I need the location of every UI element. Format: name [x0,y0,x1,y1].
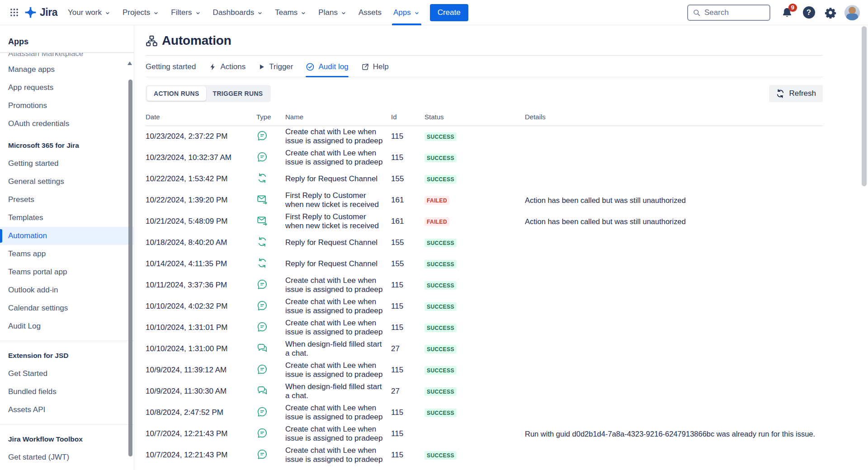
search-icon [693,9,701,17]
sidebar-item-promotions[interactable]: Promotions [0,97,134,115]
sidebar-item-get-started[interactable]: Get Started [0,365,134,383]
cell-name: Reply for Request Channel [285,169,391,190]
chevron-down-icon [340,10,347,16]
tab-help[interactable]: Help [361,62,389,77]
sidebar-item-label: Teams portal app [8,268,67,277]
cell-status [425,423,525,445]
app-grid-icon [9,8,19,17]
nav-item-assets[interactable]: Assets [353,0,387,25]
cell-date: 10/11/2024, 3:37:36 PM [146,275,256,296]
sidebar-item-atlassian-marketplace[interactable]: Atlassian Marketplace [0,53,134,61]
cell-status: SUCCESS [425,296,525,317]
cell-id: 155 [391,254,425,275]
settings-button[interactable] [821,3,840,22]
nav-item-plans[interactable]: Plans [312,0,353,25]
sidebar-item-templates[interactable]: Templates [0,209,134,227]
lightning-icon [209,63,217,71]
sidebar-item-general-settings[interactable]: General settings [0,173,134,191]
sidebar-item-audit-log[interactable]: Audit Log [0,317,134,335]
cell-status: SUCCESS [425,317,525,338]
cell-id: 115 [391,296,425,317]
runs-toggle: ACTION RUNSTRIGGER RUNS [146,85,271,102]
refresh-icon [776,89,785,98]
tab-label: Trigger [269,62,293,71]
cell-status: SUCCESS [425,275,525,296]
sidebar-list: Manage appsApp requestsPromotionsOAuth c… [0,61,134,470]
page-title: Automation [162,33,231,48]
sidebar-item-teams-portal-app[interactable]: Teams portal app [0,263,134,281]
tab-getting-started[interactable]: Getting started [146,62,196,77]
sidebar-item-app-requests[interactable]: App requests [0,79,134,97]
nav-item-teams[interactable]: Teams [269,0,312,25]
sidebar-item-teams-app[interactable]: Teams app [0,245,134,263]
sidebar-item-label: Automation [8,231,47,240]
sidebar-scrollbar[interactable] [128,80,132,456]
chevron-down-icon [414,10,420,16]
cell-status: FAILED [425,466,525,470]
profile-button[interactable] [843,3,862,22]
sidebar-item-manage-apps[interactable]: Manage apps [0,61,134,79]
nav-item-projects[interactable]: Projects [117,0,165,25]
status-badge: SUCCESS [425,345,457,353]
chat-message-icon [256,406,268,418]
notification-badge: 9 [788,4,797,12]
search-input[interactable] [704,8,765,17]
sidebar-item-presets[interactable]: Presets [0,191,134,209]
tab-actions[interactable]: Actions [209,62,246,77]
sidebar-item-audit-log-jwt[interactable]: Audit log (JWT) [0,466,134,470]
notifications-button[interactable]: 9 [778,3,797,22]
sidebar-item-bundled-fields[interactable]: Bundled fields [0,383,134,401]
refresh-button[interactable]: Refresh [769,85,823,102]
status-badge: SUCCESS [425,260,457,268]
audit-log-table: DateTypeNameIdStatusDetails 10/23/2024, … [146,111,823,470]
table-row: 10/7/2024, 12:21:43 PMCreate chat with L… [146,445,823,466]
cell-type [256,317,285,338]
sidebar-item-assets-api[interactable]: Assets API [0,401,134,419]
nav-item-your-work[interactable]: Your work [62,0,117,25]
nav-item-filters[interactable]: Filters [165,0,207,25]
cell-status: SUCCESS [425,381,525,402]
jira-logo[interactable]: Jira [24,6,57,19]
table-row: 10/9/2024, 11:30:30 AMWhen design-field … [146,381,823,402]
sidebar-item-oauth-credentials[interactable]: OAuth credentials [0,115,134,133]
create-button[interactable]: Create [430,4,468,21]
sidebar-item-get-started-jwt[interactable]: Get started (JWT) [0,448,134,466]
table-row: 10/23/2024, 10:32:37 AMCreate chat with … [146,147,823,169]
cell-date: 10/22/2024, 1:39:20 PM [146,190,256,211]
chevron-down-icon [257,10,263,16]
sidebar-item-automation[interactable]: Automation [0,227,134,245]
nav-item-apps[interactable]: Apps [387,0,426,25]
status-badge: SUCCESS [425,239,457,247]
controls-row: ACTION RUNSTRIGGER RUNS Refresh [146,85,823,102]
column-header-details: Details [525,111,823,126]
toggle-action-runs[interactable]: ACTION RUNS [147,86,206,101]
tab-audit-log[interactable]: Audit log [306,62,348,77]
sidebar-item-calendar-settings[interactable]: Calendar settings [0,299,134,317]
tab-trigger[interactable]: Trigger [258,62,293,77]
nav-item-dashboards[interactable]: Dashboards [207,0,269,25]
sidebar-item-getting-started[interactable]: Getting started [0,155,134,173]
table-row: 10/10/2024, 1:31:01 PMCreate chat with L… [146,317,823,338]
jira-logo-text: Jira [40,6,57,19]
app-switcher-button[interactable] [5,3,24,22]
cell-type [256,254,285,275]
cell-type [256,466,285,470]
table-row: 10/8/2024, 2:47:52 PMCreate chat with Le… [146,402,823,423]
reply-loop-icon [256,236,268,248]
status-badge: SUCCESS [425,154,457,162]
sidebar-item-label: Assets API [8,405,45,414]
chevron-down-icon [195,10,201,16]
jira-logo-icon [24,6,37,19]
cell-status: SUCCESS [425,445,525,466]
nav-right: 9 [687,3,862,22]
cell-type [256,445,285,466]
table-row: 10/14/2024, 4:11:35 PMReply for Request … [146,254,823,275]
page-scrollbar[interactable] [862,26,867,186]
status-badge: SUCCESS [425,409,457,417]
sidebar-item-label: Getting started [8,159,59,168]
help-button[interactable] [799,3,818,22]
play-icon [258,63,265,70]
scroll-up-arrow-icon[interactable] [127,61,132,66]
sidebar-item-outlook-add-in[interactable]: Outlook add-in [0,281,134,299]
toggle-trigger-runs[interactable]: TRIGGER RUNS [206,86,270,101]
